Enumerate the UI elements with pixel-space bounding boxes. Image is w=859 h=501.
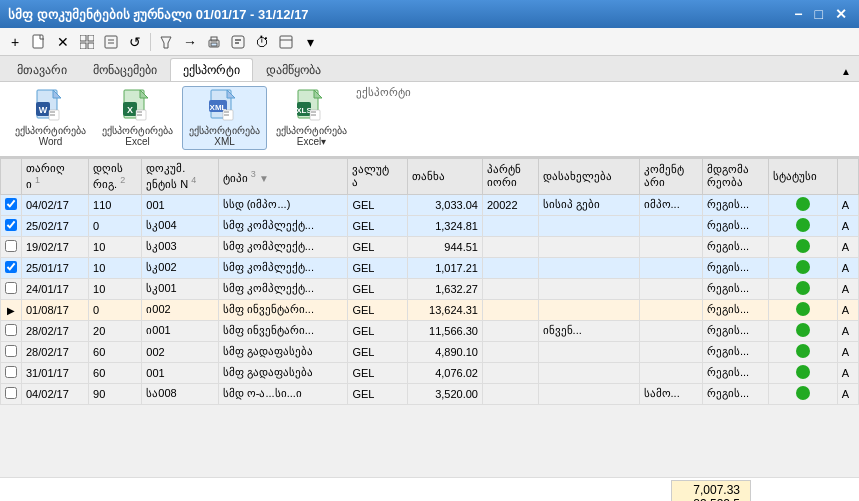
export-word-button[interactable]: W ექსპორტირებაWord xyxy=(8,86,93,150)
cell-docnum: 001 xyxy=(142,362,218,383)
cell-type: სმფ კომპლექტ... xyxy=(218,236,348,257)
cell-destination xyxy=(538,341,639,362)
col-header-extra xyxy=(837,159,858,195)
table-row[interactable]: 04/02/17110001სსდ (იმპო...)GEL3,033.0420… xyxy=(1,194,859,215)
close-button[interactable]: ✕ xyxy=(831,6,851,22)
cell-currency: GEL xyxy=(348,383,408,404)
cell-type: სმფ კომპლექტ... xyxy=(218,257,348,278)
row-checkbox-cell[interactable] xyxy=(1,194,22,215)
minimize-button[interactable]: − xyxy=(790,6,806,22)
col-header-destination[interactable]: დასახელება xyxy=(538,159,639,195)
status-green-dot xyxy=(796,239,810,253)
row-checkbox[interactable] xyxy=(5,282,17,294)
col-header-days[interactable]: დღისრიგ. 2 xyxy=(89,159,142,195)
cell-days: 20 xyxy=(89,320,142,341)
row-checkbox[interactable] xyxy=(5,219,17,231)
svg-rect-2 xyxy=(88,35,94,41)
table-row[interactable]: 28/02/1760002სმფ გადაფასებაGEL4,890.10რე… xyxy=(1,341,859,362)
view-button[interactable] xyxy=(275,31,297,53)
grid-button[interactable] xyxy=(76,31,98,53)
cell-destination xyxy=(538,278,639,299)
cell-docnum: ი001 xyxy=(142,320,218,341)
export-btn[interactable]: → xyxy=(179,31,201,53)
settings-button[interactable] xyxy=(227,31,249,53)
row-checkbox-cell[interactable] xyxy=(1,278,22,299)
print-button[interactable] xyxy=(203,31,225,53)
row-checkbox-cell[interactable] xyxy=(1,320,22,341)
row-checkbox-cell[interactable] xyxy=(1,341,22,362)
col-header-status[interactable]: სტატუსი xyxy=(769,159,838,195)
add-button[interactable]: + xyxy=(4,31,26,53)
row-checkbox[interactable] xyxy=(5,366,17,378)
title-bar: სმფ დოკუმენტების ჟურნალი 01/01/17 - 31/1… xyxy=(0,0,859,28)
row-checkbox-cell[interactable] xyxy=(1,362,22,383)
col-header-partner[interactable]: პარტნიორი xyxy=(482,159,538,195)
col-header-region[interactable]: მდგომარეობა xyxy=(702,159,768,195)
cell-days: 0 xyxy=(89,299,142,320)
table-row[interactable]: 25/02/170სკ004სმფ კომპლექტ...GEL1,324.81… xyxy=(1,215,859,236)
table-row[interactable]: 31/01/1760001სმფ გადაფასებაGEL4,076.02რე… xyxy=(1,362,859,383)
table-row[interactable]: 04/02/1790სა008სმდ ო-ა...სი...იGEL3,520.… xyxy=(1,383,859,404)
delete-button[interactable]: ✕ xyxy=(52,31,74,53)
properties-button[interactable] xyxy=(100,31,122,53)
row-checkbox-cell[interactable]: ▶ xyxy=(1,299,22,320)
cell-amount: 3,033.04 xyxy=(408,194,483,215)
cell-currency: GEL xyxy=(348,194,408,215)
excel-export-icon: X xyxy=(120,89,156,123)
cell-status xyxy=(769,320,838,341)
col-header-date[interactable]: თარიღი 1 xyxy=(22,159,89,195)
table-row[interactable]: 19/02/1710სკ003სმფ კომპლექტ...GEL944.51რ… xyxy=(1,236,859,257)
refresh-button[interactable]: ↺ xyxy=(124,31,146,53)
row-checkbox-cell[interactable] xyxy=(1,257,22,278)
tab-export[interactable]: ექსპორტი xyxy=(170,58,253,81)
maximize-button[interactable]: □ xyxy=(811,6,827,22)
cell-date: 04/02/17 xyxy=(22,194,89,215)
cell-partner xyxy=(482,362,538,383)
ribbon-collapse-button[interactable]: ▲ xyxy=(837,62,855,81)
cell-currency: GEL xyxy=(348,215,408,236)
new-doc-button[interactable] xyxy=(28,31,50,53)
row-checkbox-cell[interactable] xyxy=(1,236,22,257)
dropdown-button[interactable]: ▾ xyxy=(299,31,321,53)
window-controls[interactable]: − □ ✕ xyxy=(790,6,851,22)
tab-main[interactable]: მთავარი xyxy=(4,58,80,81)
col-header-currency[interactable]: ვალუტა xyxy=(348,159,408,195)
col-header-comment[interactable]: კომენტარი xyxy=(639,159,702,195)
row-checkbox[interactable] xyxy=(5,387,17,399)
cell-type: სმფ გადაფასება xyxy=(218,362,348,383)
export-xml-button[interactable]: XML ექსპორტირებაXML xyxy=(182,86,267,150)
table-header-row: თარიღი 1 დღისრიგ. 2 დოკუმ.ენტის N 4 ტიპი… xyxy=(1,159,859,195)
data-table: თარიღი 1 დღისრიგ. 2 დოკუმ.ენტის N 4 ტიპი… xyxy=(0,158,859,405)
clock-button[interactable]: ⏱ xyxy=(251,31,273,53)
row-checkbox[interactable] xyxy=(5,345,17,357)
row-checkbox[interactable] xyxy=(5,261,17,273)
row-checkbox-cell[interactable] xyxy=(1,215,22,236)
svg-marker-8 xyxy=(161,37,171,48)
row-checkbox-cell[interactable] xyxy=(1,383,22,404)
export-excel2-button[interactable]: XLS ექსპორტირებაExcel▾ xyxy=(269,86,354,150)
cell-date: 19/02/17 xyxy=(22,236,89,257)
table-scroll-area[interactable]: თარიღი 1 დღისრიგ. 2 დოკუმ.ენტის N 4 ტიპი… xyxy=(0,158,859,477)
cell-destination xyxy=(538,299,639,320)
table-row[interactable]: 24/01/1710სკ001სმფ კომპლექტ...GEL1,632.2… xyxy=(1,278,859,299)
table-row[interactable]: 28/02/1720ი001სმფ ინვენტარი...GEL11,566.… xyxy=(1,320,859,341)
tab-settings[interactable]: დამწყობა xyxy=(253,58,334,81)
col-header-docnum[interactable]: დოკუმ.ენტის N 4 xyxy=(142,159,218,195)
row-checkbox[interactable] xyxy=(5,240,17,252)
export-excel-button[interactable]: X ექსპორტირებაExcel xyxy=(95,86,180,150)
cell-type: სმდ ო-ა...სი...ი xyxy=(218,383,348,404)
summary-line2: 83,532.5 xyxy=(682,497,740,501)
col-header-amount[interactable]: თანხა xyxy=(408,159,483,195)
svg-rect-5 xyxy=(105,36,117,48)
cell-destination: სისიპ გები xyxy=(538,194,639,215)
cell-partner xyxy=(482,257,538,278)
table-row[interactable]: ▶01/08/170ი002სმფ ინვენტარი...GEL13,624.… xyxy=(1,299,859,320)
cell-type: სმფ კომპლექტ... xyxy=(218,278,348,299)
table-row[interactable]: 25/01/1710სკ002სმფ კომპლექტ...GEL1,017.2… xyxy=(1,257,859,278)
cell-amount: 944.51 xyxy=(408,236,483,257)
row-checkbox[interactable] xyxy=(5,198,17,210)
tab-data[interactable]: მონაცემები xyxy=(80,58,170,81)
filter-button[interactable] xyxy=(155,31,177,53)
row-checkbox[interactable] xyxy=(5,324,17,336)
col-header-type[interactable]: ტიპი 3 ▼ xyxy=(218,159,348,195)
